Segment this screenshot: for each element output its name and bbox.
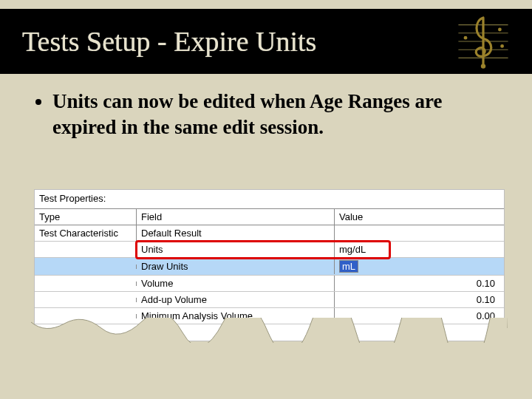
table-row-units[interactable]: Units mg/dL [35,242,504,258]
cell-value[interactable]: mg/dL [335,242,504,257]
cell-field: Draw Units [137,259,335,274]
table-header-row: Type Field Value [35,208,504,225]
cell-value[interactable]: mL [335,258,504,275]
table-row[interactable]: Test Characteristic Default Result [35,225,504,242]
slide-title: Tests Setup - Expire Units [22,25,316,58]
panel-caption: Test Properties: [35,190,504,208]
screenshot-panel: Test Properties: Type Field Value Test C… [34,189,505,341]
bullet-block: Units can now be edited when Age Ranges … [33,89,499,140]
bullet-item: Units can now be edited when Age Ranges … [52,89,499,140]
cell-field: Default Result [137,225,335,241]
table-row[interactable]: Volume 0.10 [35,276,504,292]
cell-value[interactable]: 0.00 [335,308,504,324]
header-band: Tests Setup - Expire Units [0,9,532,74]
col-header-value: Value [335,209,504,225]
cell-value[interactable] [335,231,504,236]
svg-point-7 [500,44,504,48]
cell-type [35,248,137,252]
cell-field: Test Help [137,325,335,341]
cell-value[interactable]: 0.10 [335,292,504,307]
cell-field: Volume [137,276,335,291]
svg-point-8 [464,36,468,40]
cell-type [35,314,137,318]
svg-point-6 [498,28,502,32]
cell-value[interactable] [335,330,504,335]
col-header-field: Field [137,209,335,225]
table-row-draw-units[interactable]: Draw Units mL [35,258,504,276]
table-row[interactable]: Minimum Analysis Volume 0.00 [35,308,504,324]
treble-clef-icon [454,12,513,71]
cell-type [35,298,137,302]
cell-field: Units [137,242,335,257]
cell-value[interactable]: 0.10 [335,276,504,291]
svg-point-5 [481,64,485,68]
cell-type [35,265,137,269]
cell-type [35,330,137,335]
cell-type [35,282,137,286]
cell-type: Test Characteristic [35,225,137,241]
table-row[interactable]: Add-up Volume 0.10 [35,292,504,308]
cell-field: Minimum Analysis Volume [137,308,335,324]
table-row[interactable]: Test Help [35,324,504,341]
cell-field: Add-up Volume [137,292,335,307]
col-header-type: Type [35,209,137,225]
